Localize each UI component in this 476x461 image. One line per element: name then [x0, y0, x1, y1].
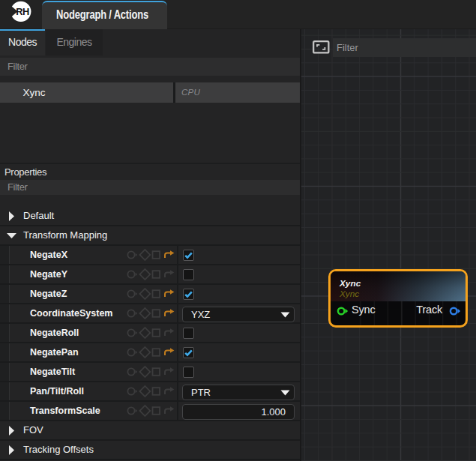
svg-text:RH: RH — [16, 6, 29, 17]
